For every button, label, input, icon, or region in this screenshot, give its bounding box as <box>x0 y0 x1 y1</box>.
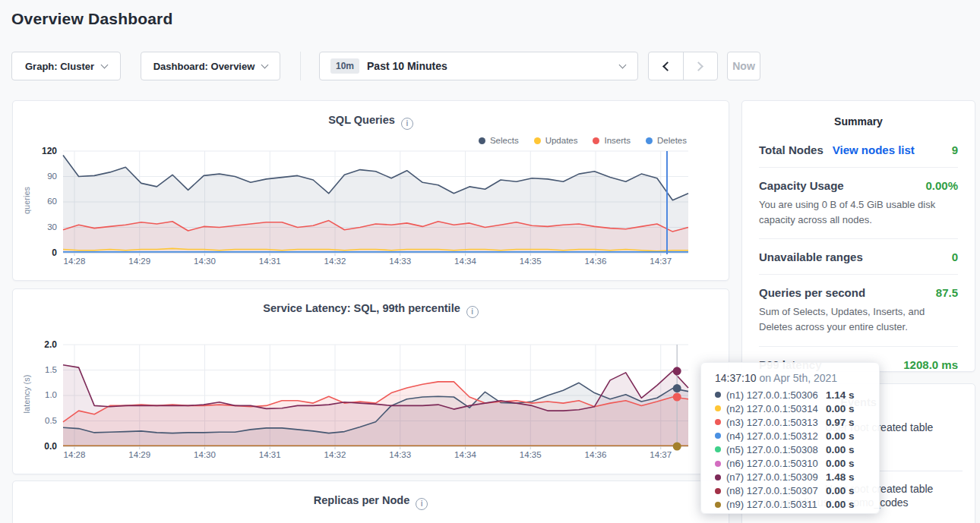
dashboard-dropdown[interactable]: Dashboard: Overview <box>141 52 280 80</box>
summary-value: 1208.0 ms <box>903 358 958 371</box>
summary-title: Summary <box>759 115 958 128</box>
tooltip-node-address: (n7) 127.0.0.1:50309 <box>726 471 826 483</box>
summary-label: Capacity Usage <box>759 179 844 192</box>
summary-label: Unavailable ranges <box>759 250 863 263</box>
time-range-badge: 10m <box>330 58 359 74</box>
x-tick-label: 14:29 <box>121 257 159 266</box>
tooltip-node-address: (n2) 127.0.0.1:50314 <box>726 403 826 414</box>
node-dot-icon <box>715 392 721 398</box>
tooltip-node-address: (n3) 127.0.0.1:50313 <box>726 417 826 428</box>
tooltip-node-address: (n5) 127.0.0.1:50308 <box>726 444 826 455</box>
time-next-button[interactable] <box>683 52 717 80</box>
sql-queries-chart-card: SQL Queriesi Selects Updates Inserts Del… <box>12 100 729 281</box>
y-tick-label: 2.0 <box>19 339 57 350</box>
node-dot-icon <box>715 419 721 425</box>
y-tick-label: 60 <box>19 197 57 206</box>
y-tick-label: 120 <box>19 146 57 156</box>
service-latency-plot[interactable]: latency (s) 14:2814:2914:3014:3114:3214:… <box>13 295 730 475</box>
tooltip-node-row: (n1) 127.0.0.1:503061.14 s <box>715 388 865 402</box>
tooltip-node-row: (n3) 127.0.0.1:503130.97 s <box>715 415 865 429</box>
tooltip-node-address: (n8) 127.0.0.1:50307 <box>726 485 826 496</box>
x-tick-label: 14:36 <box>577 257 615 266</box>
y-tick-label: 30 <box>19 222 57 232</box>
dashboard-dropdown-label: Dashboard: Overview <box>153 61 255 72</box>
tooltip-node-row: (n9) 127.0.0.1:503110.00 s <box>715 498 865 512</box>
x-tick-label: 14:32 <box>316 450 354 459</box>
tooltip-node-value: 1.14 s <box>826 389 865 401</box>
node-dot-icon <box>715 446 721 452</box>
tooltip-node-value: 1.48 s <box>826 471 865 483</box>
tooltip-node-row: (n7) 127.0.0.1:503091.48 s <box>715 471 865 484</box>
x-tick-label: 14:33 <box>381 450 419 459</box>
node-dot-icon <box>715 502 721 508</box>
replicas-per-node-chart-card: Replicas per Nodei <box>12 480 729 523</box>
summary-row-capacity-usage: Capacity Usage 0.00% You are using 0 B o… <box>759 167 958 238</box>
summary-label: Total Nodes <box>759 143 824 156</box>
time-range-label: Past 10 Minutes <box>367 60 447 72</box>
summary-description: You are using 0 B of 4.5 GiB usable disk… <box>759 197 958 228</box>
tooltip-rows: (n1) 127.0.0.1:503061.14 s(n2) 127.0.0.1… <box>715 388 865 512</box>
service-latency-chart-card: Service Latency: SQL, 99th percentilei l… <box>12 288 729 474</box>
page-title: Overview Dashboard <box>11 10 173 28</box>
graph-dropdown[interactable]: Graph: Cluster <box>11 52 121 80</box>
y-tick-label: 90 <box>19 172 57 181</box>
chart-hover-tooltip: 14:37:10 on Apr 5th, 2021 (n1) 127.0.0.1… <box>700 362 880 514</box>
chevron-right-icon <box>694 61 704 71</box>
node-dot-icon <box>715 474 721 480</box>
node-dot-icon <box>715 488 721 494</box>
summary-panel: Summary Total Nodes View nodes list 9 Ca… <box>741 100 975 372</box>
summary-value: 87.5 <box>936 286 958 299</box>
tooltip-node-row: (n6) 127.0.0.1:503100.00 s <box>715 456 865 470</box>
x-tick-label: 14:33 <box>381 257 419 266</box>
tooltip-node-address: (n1) 127.0.0.1:50306 <box>726 389 826 401</box>
x-tick-label: 14:37 <box>642 450 680 459</box>
summary-description: Sum of Selects, Updates, Inserts, and De… <box>759 304 958 335</box>
summary-value: 0 <box>952 250 958 263</box>
now-button[interactable]: Now <box>727 52 760 80</box>
x-tick-label: 14:28 <box>55 257 93 266</box>
chart-title: Replicas per Nodei <box>13 494 729 510</box>
x-tick-label: 14:34 <box>447 257 485 266</box>
summary-value: 0.00% <box>925 179 958 192</box>
y-tick-label: 1.5 <box>19 365 57 374</box>
tooltip-node-value: 0.00 s <box>826 485 865 496</box>
tooltip-node-address: (n9) 127.0.0.1:50311 <box>726 499 826 510</box>
node-dot-icon <box>715 433 721 439</box>
summary-row-queries-per-second: Queries per second 87.5 Sum of Selects, … <box>759 274 958 345</box>
x-tick-label: 14:30 <box>186 450 224 459</box>
tooltip-node-address: (n6) 127.0.0.1:50310 <box>726 458 826 469</box>
node-dot-icon <box>715 461 721 467</box>
time-range-dropdown[interactable]: 10m Past 10 Minutes <box>319 52 638 80</box>
tooltip-node-row: (n4) 127.0.0.1:503120.00 s <box>715 429 865 443</box>
info-icon[interactable]: i <box>416 498 428 510</box>
chart-title-text: Replicas per Node <box>314 494 410 506</box>
chart-canvas[interactable] <box>13 295 730 465</box>
tooltip-date: on Apr 5th, 2021 <box>757 372 838 384</box>
tooltip-node-value: 0.00 s <box>826 444 865 455</box>
x-tick-label: 14:28 <box>55 450 93 459</box>
tooltip-node-value: 0.00 s <box>826 499 865 510</box>
x-tick-label: 14:31 <box>251 257 289 266</box>
time-step-buttons <box>648 52 718 80</box>
summary-row-total-nodes: Total Nodes View nodes list 9 <box>759 132 958 167</box>
tooltip-node-value: 0.97 s <box>826 417 865 428</box>
x-tick-label: 14:36 <box>577 450 615 459</box>
chevron-down-icon <box>101 61 109 68</box>
time-prev-button[interactable] <box>649 52 683 80</box>
tooltip-node-row: (n2) 127.0.0.1:503140.00 s <box>715 402 865 415</box>
y-tick-label: 0 <box>19 247 57 258</box>
tooltip-node-value: 0.00 s <box>826 458 865 469</box>
y-tick-label: 0.0 <box>19 441 57 452</box>
x-tick-label: 14:32 <box>316 257 354 266</box>
y-tick-label: 0.5 <box>19 416 57 425</box>
view-nodes-list-link[interactable]: View nodes list <box>833 143 915 156</box>
node-dot-icon <box>715 405 721 411</box>
chart-canvas[interactable] <box>13 101 730 271</box>
tooltip-node-address: (n4) 127.0.0.1:50312 <box>726 430 826 442</box>
summary-label: Queries per second <box>759 286 865 299</box>
tooltip-node-value: 0.00 s <box>826 403 865 414</box>
x-tick-label: 14:35 <box>511 450 549 459</box>
x-tick-label: 14:30 <box>186 257 224 266</box>
sql-queries-plot[interactable]: queries 14:2814:2914:3014:3114:3214:3314… <box>13 101 730 282</box>
x-tick-label: 14:34 <box>447 450 485 459</box>
